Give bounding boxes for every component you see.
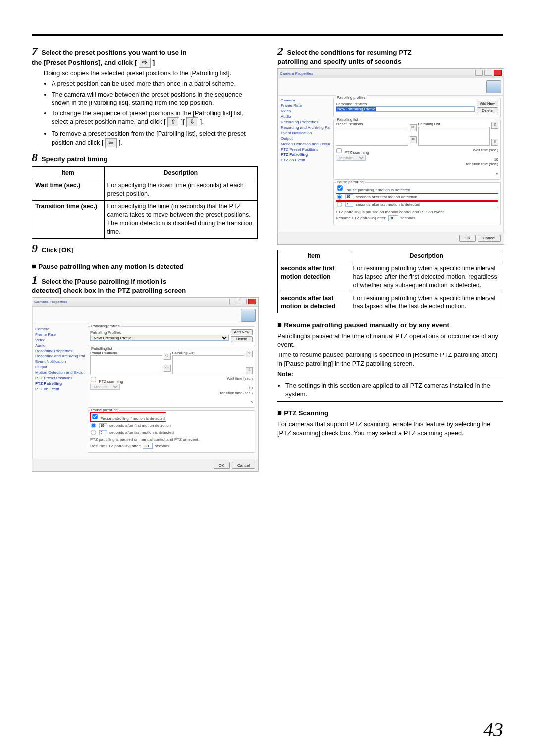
last-seconds-input[interactable]: [99, 430, 107, 435]
pause-checkbox-label: Pause patrolling if motion is detected: [100, 416, 165, 421]
maximize-icon-2[interactable]: [484, 70, 492, 76]
step-7-bullet-3: To change the sequence of preset positio…: [52, 109, 258, 127]
step-8-table: Item Description Wait time (sec.) For sp…: [32, 166, 258, 239]
sidebar2-output[interactable]: Output: [281, 136, 330, 141]
sidebar-item-ptzevent[interactable]: PTZ on Event: [35, 386, 85, 392]
preset-listbox[interactable]: [90, 355, 162, 374]
delete-button-2[interactable]: Delete: [477, 107, 498, 113]
arrow-down-icon: ⇩: [186, 117, 198, 127]
note-rule-bottom: [277, 401, 503, 402]
sidebar-item-recprops[interactable]: Recording Properties: [35, 348, 85, 353]
arrow-left-icon: ⇦: [105, 138, 117, 148]
sidebar2-motion[interactable]: Motion Detection and Exclude Regions: [281, 141, 330, 147]
sidebar2-ptzevent[interactable]: PTZ on Event: [281, 157, 330, 163]
radio-first-2[interactable]: [337, 194, 342, 199]
radio-last-highlight[interactable]: seconds after last motion is detected: [336, 201, 498, 208]
resume-conditions-table: Item Description seconds after first mot…: [277, 250, 503, 313]
ptzscan-check-row[interactable]: PTZ scanning: [90, 379, 123, 384]
pause-checkbox[interactable]: [92, 414, 97, 419]
sidebar2-framerate[interactable]: Frame Rate: [281, 103, 330, 108]
pause2-check-row[interactable]: Pause patrolling if motion is detected: [336, 184, 411, 193]
resume2-unit: seconds: [400, 216, 415, 220]
sidebar-item-ptzpatrol[interactable]: PTZ Patrolling: [35, 381, 85, 386]
resume-input[interactable]: [143, 443, 153, 449]
remove-left-icon[interactable]: ⇦: [164, 365, 171, 372]
pause2-checkbox[interactable]: [337, 185, 342, 190]
sidebar-item-camera[interactable]: Camera: [35, 326, 85, 332]
add-right-icon[interactable]: ➪: [164, 353, 171, 360]
close-icon-2[interactable]: [494, 70, 502, 76]
step-8-r2c2: For specifying the time (in seconds) tha…: [104, 201, 257, 239]
ptzscan2-checkbox[interactable]: [336, 148, 341, 153]
add-new-button[interactable]: Add New: [231, 329, 253, 335]
sidebar2-ptzpreset[interactable]: PTZ Preset Positions: [281, 147, 330, 152]
sidebar-item-eventnotif[interactable]: Event Notification: [35, 359, 85, 364]
sidebar2-video[interactable]: Video: [281, 108, 330, 114]
radio-last[interactable]: [91, 430, 96, 435]
radio-last-2[interactable]: [337, 202, 342, 207]
sidebar2-recpaths[interactable]: Recording and Archiving Paths: [281, 125, 330, 130]
sidebar2-camera[interactable]: Camera: [281, 98, 330, 103]
step-9-title: 9 Click [OK]: [32, 242, 258, 255]
profiles-group-label: Patrolling profiles: [90, 324, 121, 328]
profile2-selected[interactable]: New Patrolling Profile: [336, 107, 376, 111]
move-up-icon-2[interactable]: ⇧: [491, 122, 498, 129]
add-new-button-2[interactable]: Add New: [477, 101, 498, 106]
ok-button[interactable]: OK: [214, 462, 230, 469]
delete-button[interactable]: Delete: [231, 336, 253, 342]
ptzscan2-row[interactable]: PTZ scanning: [336, 151, 369, 155]
remove-left-icon-2[interactable]: ⇦: [410, 136, 417, 143]
sidebar2-audio[interactable]: Audio: [281, 114, 330, 119]
sidebar-item-motion[interactable]: Motion Detection and Exclude Regions: [35, 370, 85, 375]
preset2-listbox[interactable]: [336, 127, 408, 146]
patrolling2-listbox[interactable]: [418, 127, 490, 146]
wait2-label: Wait time (sec.): [464, 148, 498, 152]
screenshot-pause-patrolling: Camera Properties Camera Frame Rate Vide…: [32, 297, 259, 472]
minimize-icon-2[interactable]: [475, 70, 483, 76]
ptzscan2-speed[interactable]: Medium: [336, 155, 366, 161]
trans-label: Transition time (sec.): [218, 391, 253, 396]
step-8-title-text: Specify patrol timing: [42, 155, 108, 163]
maximize-icon[interactable]: [239, 299, 247, 304]
right-step-2: 2 Select the conditions for resuming PTZ…: [277, 45, 503, 65]
note-rule-top: [277, 379, 503, 379]
first-seconds-input[interactable]: [99, 423, 107, 428]
move-up-icon[interactable]: ⇧: [246, 351, 253, 357]
shot-title: Camera Properties: [34, 300, 67, 304]
step-7-title-line3: ]: [153, 59, 155, 66]
step-7-bullet-4b: ].: [119, 139, 122, 146]
sidebar2-recprops[interactable]: Recording Properties: [281, 119, 330, 125]
radio-first-highlight[interactable]: seconds after first motion detection: [336, 193, 498, 201]
sidebar2-ptzpatrol[interactable]: PTZ Patrolling: [281, 152, 330, 157]
move-down-icon-2[interactable]: ⇩: [491, 139, 498, 146]
ptzscan-checkbox[interactable]: [91, 377, 96, 382]
cancel-button-2[interactable]: Cancel: [478, 235, 501, 242]
cancel-button[interactable]: Cancel: [232, 462, 255, 469]
sidebar2-eventnotif[interactable]: Event Notification: [281, 130, 330, 136]
ptzscan-speed[interactable]: Medium: [90, 384, 120, 390]
window-controls-2[interactable]: [475, 70, 502, 77]
first2-seconds-input[interactable]: [345, 194, 353, 199]
minimize-icon[interactable]: [229, 299, 237, 304]
patrolling-listbox[interactable]: [172, 355, 245, 374]
pause2-footer: PTZ patrolling is paused on manual contr…: [336, 210, 498, 214]
sidebar-item-video[interactable]: Video: [35, 337, 85, 343]
close-icon[interactable]: [248, 299, 256, 304]
profile-select[interactable]: New Patrolling Profile: [90, 335, 229, 341]
ok-button-2[interactable]: OK: [459, 235, 476, 242]
resume2-input[interactable]: [388, 215, 398, 221]
pause-check-highlight[interactable]: Pause patrolling if motion is detected: [90, 412, 166, 422]
move-down-icon[interactable]: ⇩: [246, 367, 253, 374]
patlist2-head: Patrolling List: [418, 122, 490, 126]
radio-first[interactable]: [91, 423, 96, 428]
sidebar-item-ptzpreset[interactable]: PTZ Preset Positions: [35, 375, 85, 381]
step-7-bullet-3b: ][: [181, 118, 185, 126]
sidebar-item-audio[interactable]: Audio: [35, 343, 85, 348]
page-number: 43: [483, 718, 503, 741]
add-right-icon-2[interactable]: ➪: [410, 124, 417, 131]
window-controls[interactable]: [229, 299, 256, 305]
sidebar-item-framerate[interactable]: Frame Rate: [35, 332, 85, 337]
last2-seconds-input[interactable]: [345, 202, 353, 207]
sidebar-item-recpaths[interactable]: Recording and Archiving Paths: [35, 353, 85, 359]
sidebar-item-output[interactable]: Output: [35, 364, 85, 370]
